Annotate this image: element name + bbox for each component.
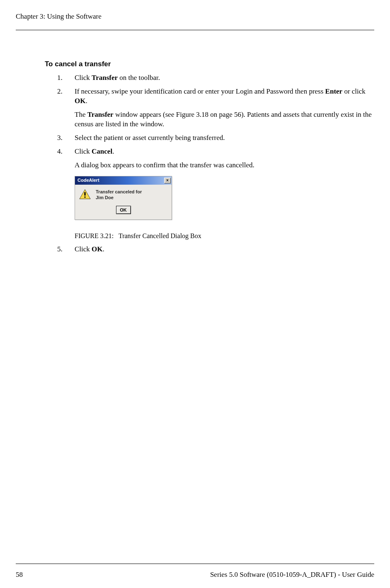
text: Select the patient or asset currently be… (75, 133, 374, 143)
step-body: Click Cancel. A dialog box appears to co… (75, 147, 374, 241)
figure-label: FIGURE 3.21: (75, 232, 114, 239)
step-number: 2. (57, 87, 75, 129)
text: . (85, 97, 87, 105)
step-body: Click Transfer on the toolbar. (75, 73, 374, 83)
bold-enter: Enter (325, 87, 343, 95)
figure-caption: FIGURE 3.21: Transfer Cancelled Dialog B… (75, 231, 374, 241)
doc-title: Series 5.0 Software (0510-1059-A_DRAFT) … (210, 571, 374, 579)
bold-ok: OK (75, 97, 85, 105)
dialog-line-2: Jim Doe (96, 195, 142, 201)
bold-ok: OK (92, 245, 102, 253)
step-3: 3. Select the patient or asset currently… (57, 133, 374, 143)
step-4: 4. Click Cancel. A dialog box appears to… (57, 147, 374, 241)
step-number: 5. (57, 245, 75, 254)
close-icon[interactable]: × (164, 178, 171, 183)
text: Click (75, 245, 92, 253)
page-footer: 58 Series 5.0 Software (0510-1059-A_DRAF… (16, 564, 374, 579)
section-heading: To cancel a transfer (45, 60, 374, 68)
warning-icon (79, 189, 91, 200)
text: Click (75, 74, 92, 82)
dialog-line-1: Transfer canceled for (96, 189, 142, 195)
dialog-title: CodeAlert (78, 177, 164, 183)
text: If necessary, swipe your identification … (75, 87, 325, 95)
text: A dialog box appears to confirm that the… (75, 161, 374, 170)
step-body: Select the patient or asset currently be… (75, 133, 374, 143)
codealert-dialog: CodeAlert × Transfe (75, 176, 172, 220)
dialog-message: Transfer canceled for Jim Doe (96, 189, 142, 201)
figure-caption-text: Transfer Cancelled Dialog Box (119, 232, 201, 239)
ok-button[interactable]: OK (116, 206, 131, 214)
text: . (103, 245, 104, 253)
text: . (112, 147, 114, 155)
step-number: 3. (57, 133, 75, 143)
text: window appears (see Figure 3.18 on page … (75, 111, 372, 128)
dialog-titlebar: CodeAlert × (75, 176, 172, 185)
svg-rect-1 (84, 192, 85, 195)
steps-list: 1. Click Transfer on the toolbar. 2. If … (57, 73, 374, 254)
step-body: Click OK. (75, 245, 374, 254)
text: Click (75, 147, 92, 155)
page-number: 58 (16, 571, 23, 579)
text: or click (342, 87, 366, 95)
step-1: 1. Click Transfer on the toolbar. (57, 73, 374, 83)
step-number: 1. (57, 73, 75, 83)
text: on the toolbar. (118, 74, 160, 82)
content: To cancel a transfer 1. Click Transfer o… (45, 60, 374, 254)
svg-point-2 (84, 196, 86, 198)
bold-transfer: Transfer (87, 111, 114, 118)
dialog-figure: CodeAlert × Transfe (75, 176, 374, 220)
chapter-label: Chapter 3: Using the Software (16, 12, 374, 21)
step-body: If necessary, swipe your identification … (75, 87, 374, 129)
step-2: 2. If necessary, swipe your identificati… (57, 87, 374, 129)
bold-transfer: Transfer (92, 74, 118, 82)
text: The (75, 111, 87, 118)
dialog-body: Transfer canceled for Jim Doe OK (75, 185, 172, 220)
page-header: Chapter 3: Using the Software (16, 12, 374, 30)
bold-cancel: Cancel (92, 147, 112, 155)
step-5: 5. Click OK. (57, 245, 374, 254)
step-number: 4. (57, 147, 75, 241)
